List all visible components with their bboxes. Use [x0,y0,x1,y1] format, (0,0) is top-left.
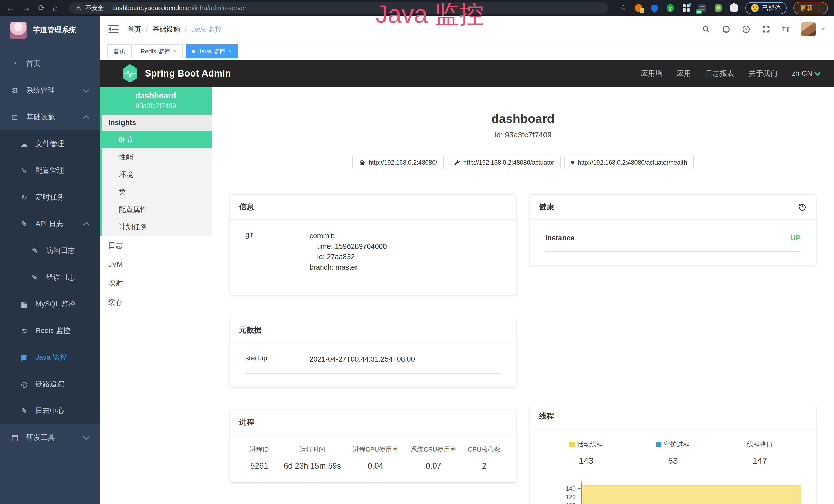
app-logo-image [10,22,27,39]
sidebar-item-log-center[interactable]: ✎ 日志中心 [0,397,100,424]
bookmark-star-icon[interactable]: ☆ [620,3,627,13]
update-extension-icon[interactable]: 1 [634,3,643,13]
fold-sidebar-icon[interactable] [108,25,119,33]
avatar-caret-icon[interactable] [821,28,825,30]
threads-chart: 140 120 100 [543,478,803,504]
process-table: 进程ID5261 运行时间6d 23h 15m 59s 进程CPU使用率0.04… [240,445,506,471]
legend-blue-icon [656,442,661,447]
search-icon[interactable] [701,24,711,35]
breadcrumb: 首页 / 基础设施 / Java 监控 [127,25,222,34]
sidebar-item-file-manage[interactable]: ☁ 文件管理 [0,131,100,157]
sba-item-jvm[interactable]: JVM [100,255,212,273]
health-url-button[interactable]: ♥ http://192.168.0.2:48080/actuator/heal… [564,155,694,170]
sidebar-item-home[interactable]: ◔ 首页 [0,50,100,77]
sidebar-item-system[interactable]: ⚙ 系统管理 [0,77,100,104]
sidebar-item-mysql-monitor[interactable]: ▦ MySQL 监控 [0,291,100,317]
sprout-extension-icon[interactable] [714,3,723,13]
sidebar-item-tracing[interactable]: ◎ 链路追踪 [0,371,100,397]
tab-redis-monitor[interactable]: Redis 监控 × [135,44,183,58]
sba-nav-about[interactable]: 关于我们 [749,69,777,78]
info-value: commit: time: 1596289704000 id: 27aa832 … [309,231,501,272]
avatar[interactable] [801,22,815,37]
java-monitor-icon: ▣ [20,353,29,362]
sidebar-item-error-logs[interactable]: ✎ 错误日志 [0,264,100,291]
extensions-puzzle-icon[interactable] [729,3,739,13]
app-logo[interactable]: 芋道管理系统 [0,16,100,44]
history-icon[interactable] [798,203,807,211]
breadcrumb-home[interactable]: 首页 [127,25,141,34]
sba-item-environment[interactable]: 环境 [102,166,212,183]
gear-icon: ⚙ [10,86,20,95]
sba-brand-title[interactable]: Spring Boot Admin [145,68,231,79]
sba-nav: 应用墙 应用 日志报表 关于我们 zh-CN [641,69,820,78]
yudao-sidebar: 芋道管理系统 ◔ 首页 ⚙ 系统管理 ⊡ 基础设施 ☁ 文件管理 [0,16,100,504]
grid-extension-icon[interactable] [682,3,691,13]
sidebar-item-infrastructure[interactable]: ⊡ 基础设施 [0,104,100,131]
help-icon[interactable]: ? [741,24,751,35]
y-extension-icon[interactable]: y [666,3,675,13]
sba-item-mappings[interactable]: 映射 [100,273,212,293]
info-git-row: git commit: time: 1596289704000 id: 27aa… [245,231,501,281]
cloud-upload-icon: ☁ [20,139,29,148]
paused-profile-chip[interactable]: 已暂停 [745,2,787,14]
process-header-system-cpu: 系统CPU使用率 [406,445,461,454]
metadata-card: 元数据 startup 2021-04-27T00:44:31.254+08:0… [230,318,516,387]
page-subtitle-id: Id: 93a3fc7f7409 [230,131,816,139]
sidebar-item-scheduled-jobs[interactable]: ↻ 定时任务 [0,184,100,210]
service-url-button[interactable]: http://192.168.0.2:48080/ [352,155,444,170]
actuator-url-button[interactable]: http://192.168.0.2:48080/actuator [447,155,561,170]
instance-header[interactable]: dashboard 93a3fc7f7409 [100,87,212,115]
sba-item-caches[interactable]: 缓存 [100,293,212,312]
github-icon[interactable] [721,24,731,35]
process-value-process-cpu: 0.04 [348,461,403,471]
address-bar[interactable]: ⚠ 不安全 dashboard.yudao.iocoder.cn/infra/a… [69,2,609,14]
sidebar-item-api-logs[interactable]: ✎ API 日志 [0,210,100,237]
health-key: Instance [545,234,575,242]
close-icon[interactable]: × [228,48,232,55]
infrastructure-submenu: ☁ 文件管理 ✎ 配置管理 ↻ 定时任务 ✎ API 日志 ✎ [0,131,100,424]
page: 芋道管理系统 ◔ 首页 ⚙ 系统管理 ⊡ 基础设施 ☁ 文件管理 [0,16,834,504]
health-card: 健康 Instance UP [530,194,816,265]
sba-item-classes[interactable]: 类 [102,183,212,201]
sidebar-item-access-logs[interactable]: ✎ 访问日志 [0,237,100,264]
chrome-update-button[interactable]: 更新 ⋮ [793,2,828,15]
sba-item-scheduled-tasks[interactable]: 计划任务 [102,218,212,236]
close-icon[interactable]: × [173,48,177,55]
sba-item-logs[interactable]: 日志 [100,236,212,255]
sidebar-menu: ◔ 首页 ⚙ 系统管理 ⊡ 基础设施 ☁ 文件管理 ✎ 配置管理 [0,50,100,451]
sidebar-item-dev-tools[interactable]: ▤ 研发工具 [0,424,100,451]
page-title: dashboard [230,112,816,126]
sba-nav-journal[interactable]: 日志报表 [706,69,734,78]
tab-java-monitor[interactable]: Java 监控 × [186,44,238,58]
reload-icon[interactable]: ⟳ [38,4,45,12]
sidebar-item-java-monitor[interactable]: ▣ Java 监控 [0,344,100,371]
security-label[interactable]: 不安全 [85,4,104,12]
url-host: dashboard.yudao.iocoder.cn [112,4,193,12]
sidebar-item-redis-monitor[interactable]: ≋ Redis 监控 [0,317,100,344]
forward-icon[interactable]: → [22,4,30,12]
sba-item-details[interactable]: 细节 [102,131,212,148]
font-size-icon[interactable]: TT [781,24,791,35]
back-icon[interactable]: ← [6,4,14,12]
ytick-100: 100 [543,502,576,504]
toolbox-icon: ▤ [10,433,20,442]
sba-item-config-props[interactable]: 配置属性 [102,201,212,218]
browser-menu-icon[interactable]: ⋮ [816,4,823,12]
breadcrumb-infrastructure[interactable]: 基础设施 [153,25,180,34]
fullscreen-icon[interactable] [761,24,771,35]
wrench-icon [454,159,460,166]
locale-selector[interactable]: zh-CN [792,69,820,77]
tab-home[interactable]: 首页 [107,44,132,58]
pin-extension-icon[interactable] [650,3,659,13]
url-text[interactable]: dashboard.yudao.iocoder.cn/infra/admin-s… [112,4,247,12]
sidebar-item-config-manage[interactable]: ✎ 配置管理 [0,157,100,184]
home-icon[interactable]: ⌂ [53,4,58,12]
sba-item-metrics[interactable]: 性能 [102,148,212,166]
sba-logo-icon[interactable] [122,64,138,83]
mysql-icon: ▦ [20,300,29,308]
on-extension-icon[interactable]: on [698,3,707,13]
heart-icon: ♥ [571,159,575,166]
health-status-badge: UP [791,234,800,242]
sba-nav-wallboard[interactable]: 应用墙 [641,69,662,78]
sba-nav-applications[interactable]: 应用 [677,69,691,78]
